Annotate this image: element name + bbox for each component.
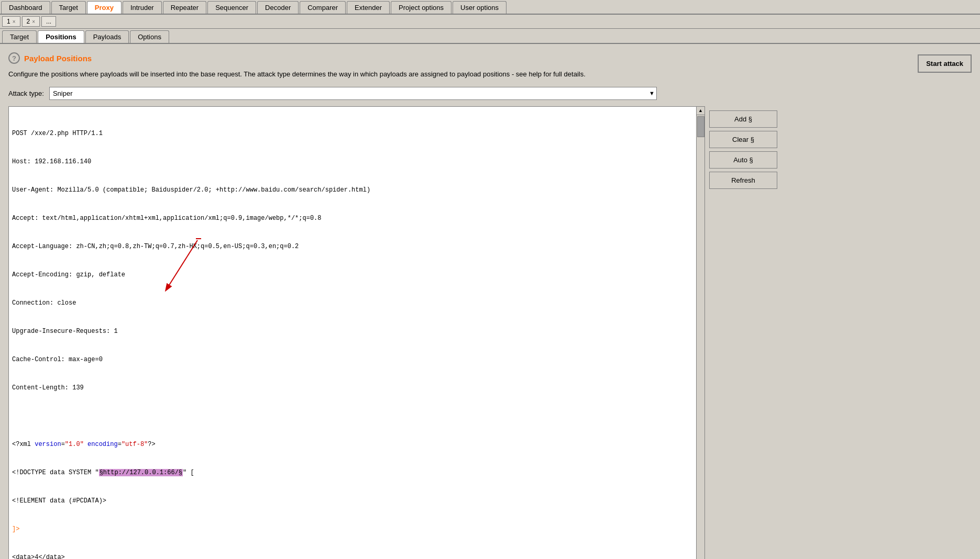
nav-tab-proxy[interactable]: Proxy	[87, 1, 122, 14]
request-line-4: Accept: text/html,application/xhtml+xml,…	[12, 214, 693, 223]
scroll-thumb[interactable]	[697, 116, 704, 137]
add-section-button[interactable]: Add §	[709, 110, 777, 128]
panel-header-row: ? Payload Positions Configure the positi…	[8, 52, 972, 87]
request-line-9: Cache-Control: max-age=0	[12, 355, 693, 364]
sub-tab-target[interactable]: Target	[2, 30, 37, 43]
nav-tab-comparer[interactable]: Comparer	[300, 1, 346, 14]
panel-header-left: ? Payload Positions Configure the positi…	[8, 52, 586, 87]
nav-tab-repeater[interactable]: Repeater	[163, 1, 206, 14]
panel-description: Configure the positions where payloads w…	[8, 69, 586, 80]
side-buttons: Add § Clear § Auto § Refresh	[705, 110, 777, 560]
nav-tab-user-options[interactable]: User options	[453, 1, 506, 14]
panel-title: Payload Positions	[24, 54, 92, 63]
sub-tab-positions[interactable]: Positions	[38, 30, 84, 43]
editor-with-scroll: POST /xxe/2.php HTTP/1.1 Host: 192.168.1…	[8, 106, 705, 560]
start-attack-area: Start attack	[918, 52, 972, 73]
attack-type-select-wrapper: Sniper Battering ram Pitchfork Cluster b…	[49, 87, 657, 100]
request-editor[interactable]: POST /xxe/2.php HTTP/1.1 Host: 192.168.1…	[8, 106, 697, 560]
instance-tab-1-label: 1	[7, 18, 10, 25]
request-line-1: POST /xxe/2.php HTTP/1.1	[12, 129, 693, 138]
sub-tab-options[interactable]: Options	[130, 30, 169, 43]
refresh-button[interactable]: Refresh	[709, 172, 777, 189]
request-line-5: Accept-Language: zh-CN,zh;q=0.8,zh-TW;q=…	[12, 242, 693, 251]
request-line-3: User-Agent: Mozilla/5.0 (compatible; Bai…	[12, 185, 693, 195]
request-line-xml-decl: <?xml version="1.0" encoding="utf-8"?>	[12, 440, 693, 449]
request-line-blank	[12, 411, 693, 421]
nav-tab-intruder[interactable]: Intruder	[123, 1, 162, 14]
instance-tab-more[interactable]: ...	[41, 16, 56, 27]
attack-type-row: Attack type: Sniper Battering ram Pitchf…	[8, 87, 972, 100]
nav-tab-sequencer[interactable]: Sequencer	[207, 1, 256, 14]
instance-tab-2[interactable]: 2 ×	[22, 16, 40, 27]
clear-section-button[interactable]: Clear §	[709, 131, 777, 148]
attack-type-select[interactable]: Sniper Battering ram Pitchfork Cluster b…	[49, 87, 657, 100]
request-line-data: <data>4</data>	[12, 553, 693, 560]
app-container: Dashboard Target Proxy Intruder Repeater…	[0, 0, 980, 559]
request-line-8: Upgrade-Insecure-Requests: 1	[12, 327, 693, 336]
sub-tab-payloads[interactable]: Payloads	[85, 30, 129, 43]
nav-tab-extender[interactable]: Extender	[347, 1, 390, 14]
scroll-up-button[interactable]: ▲	[697, 107, 704, 115]
help-icon[interactable]: ?	[8, 52, 20, 64]
nav-tab-target[interactable]: Target	[51, 1, 86, 14]
editor-area: POST /xxe/2.php HTTP/1.1 Host: 192.168.1…	[8, 106, 972, 560]
request-line-doctype: <!DOCTYPE data SYSTEM "§http://127.0.0.1…	[12, 468, 693, 477]
request-line-10: Content-Length: 139	[12, 383, 693, 393]
instance-tab-2-label: 2	[27, 18, 30, 25]
panel-header: ? Payload Positions	[8, 52, 586, 64]
auto-section-button[interactable]: Auto §	[709, 151, 777, 169]
sub-tab-row: Target Positions Payloads Options	[0, 29, 980, 44]
nav-tab-project-options[interactable]: Project options	[391, 1, 452, 14]
request-line-element: <!ELEMENT data (#PCDATA)>	[12, 496, 693, 506]
instance-tab-2-close[interactable]: ×	[32, 19, 35, 25]
attack-type-label: Attack type:	[8, 90, 44, 97]
request-line-bracket: ]>	[12, 524, 693, 534]
instance-tab-row: 1 × 2 × ...	[0, 15, 980, 29]
instance-tab-1[interactable]: 1 ×	[2, 16, 20, 27]
top-nav: Dashboard Target Proxy Intruder Repeater…	[0, 0, 980, 15]
editor-scrollbar[interactable]: ▲	[697, 106, 705, 560]
content-body: ? Payload Positions Configure the positi…	[0, 44, 980, 559]
nav-tab-decoder[interactable]: Decoder	[257, 1, 299, 14]
nav-tab-dashboard[interactable]: Dashboard	[1, 1, 50, 14]
start-attack-button[interactable]: Start attack	[918, 54, 972, 73]
request-line-7: Connection: close	[12, 298, 693, 308]
request-line-2: Host: 192.168.116.140	[12, 157, 693, 166]
content-wrapper: ? Payload Positions Configure the positi…	[0, 44, 980, 559]
request-line-6: Accept-Encoding: gzip, deflate	[12, 270, 693, 280]
instance-tab-1-close[interactable]: ×	[13, 19, 16, 25]
